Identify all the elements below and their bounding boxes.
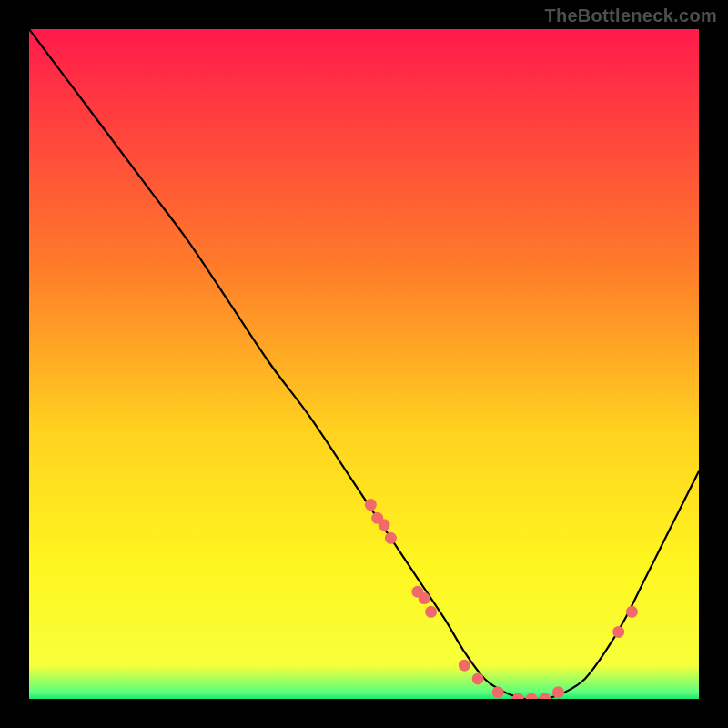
data-marker (472, 672, 484, 684)
data-marker (612, 626, 624, 638)
data-marker (385, 532, 397, 544)
data-marker (552, 686, 564, 698)
bottleneck-chart (29, 29, 699, 699)
data-marker (425, 606, 437, 618)
data-marker (492, 686, 504, 698)
gradient-background (29, 29, 699, 699)
data-marker (419, 592, 430, 604)
data-marker (365, 499, 377, 511)
data-marker (626, 606, 638, 618)
chart-frame: TheBottleneck.com (0, 0, 728, 728)
watermark-text: TheBottleneck.com (544, 5, 717, 26)
data-marker (379, 519, 390, 531)
plot-area (29, 29, 699, 699)
data-marker (459, 660, 470, 672)
